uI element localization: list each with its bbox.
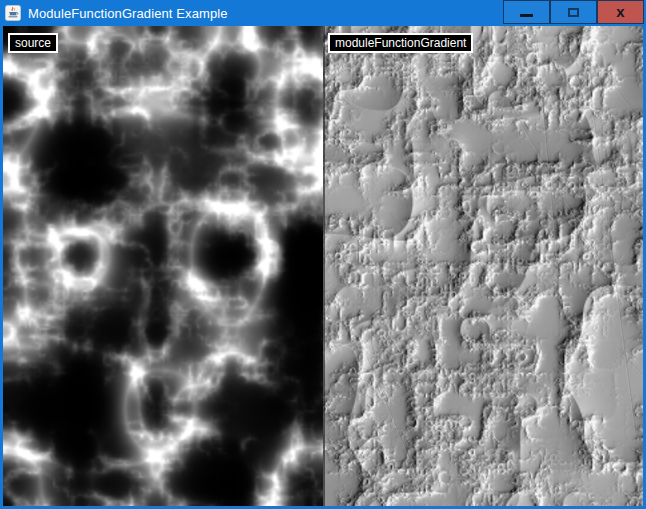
content-area: source moduleFunctionGradient bbox=[3, 26, 643, 506]
window-title: ModuleFunctionGradient Example bbox=[28, 6, 228, 21]
gradient-label: moduleFunctionGradient bbox=[328, 33, 473, 53]
close-icon: x bbox=[616, 4, 624, 19]
source-label: source bbox=[8, 33, 58, 53]
window-controls: x bbox=[503, 0, 644, 24]
minimize-icon bbox=[520, 14, 533, 17]
source-panel: source bbox=[3, 26, 323, 506]
minimize-button[interactable] bbox=[503, 0, 550, 24]
source-image bbox=[3, 26, 323, 506]
app-window: ModuleFunctionGradient Example x source … bbox=[0, 0, 646, 509]
maximize-button[interactable] bbox=[550, 0, 597, 24]
gradient-panel: moduleFunctionGradient bbox=[323, 26, 643, 506]
module-function-gradient-image bbox=[323, 26, 643, 506]
maximize-icon bbox=[568, 8, 579, 17]
close-button[interactable]: x bbox=[597, 0, 644, 24]
java-app-icon bbox=[5, 5, 21, 21]
titlebar[interactable]: ModuleFunctionGradient Example x bbox=[0, 0, 646, 26]
